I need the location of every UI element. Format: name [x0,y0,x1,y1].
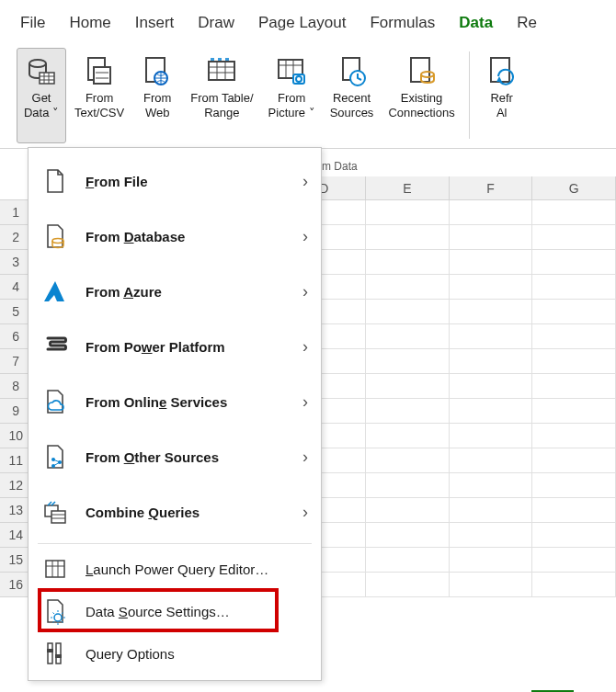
recent-sources-icon [336,52,369,89]
cell[interactable] [450,448,533,473]
from-azure-menu-item[interactable]: From Azure› [29,264,321,319]
cell[interactable] [532,250,616,275]
ribbon: GetData ˅FromText/CSVFromWebFrom Table/R… [0,42,616,149]
tab-draw[interactable]: Draw [196,8,236,41]
cell[interactable] [366,573,450,597]
chevron-right-icon: › [302,448,308,467]
cell[interactable] [450,399,533,424]
cell[interactable] [366,324,450,349]
tab-re[interactable]: Re [515,8,539,41]
launch-pq-editor-menu-item[interactable]: Launch Power Query Editor… [29,548,321,590]
cell[interactable] [366,523,450,548]
cell[interactable] [532,200,616,225]
svg-point-0 [29,60,46,67]
cell[interactable] [450,424,533,448]
cell[interactable] [532,374,616,399]
cell[interactable] [450,473,533,498]
cell[interactable] [366,275,450,300]
cell[interactable] [450,200,533,225]
from-text-csv-icon [83,52,116,89]
get-data-menu: From File›From Database›From Azure›From … [28,147,322,681]
tab-page-layout[interactable]: Page Layout [257,8,348,41]
cell[interactable] [532,225,616,250]
from-web-icon [141,52,174,89]
cell[interactable] [532,548,616,573]
cell[interactable] [532,523,616,548]
combine-queries-menu-item[interactable]: Combine Queries› [29,484,321,539]
existing-connections-icon [405,52,439,89]
tab-insert[interactable]: Insert [133,8,177,41]
get-data-button[interactable]: GetData ˅ [17,48,66,143]
cell[interactable] [366,548,450,573]
query-options-menu-item[interactable]: Query Options [29,632,321,675]
from-other-sources-menu-item[interactable]: From Other Sources› [29,429,321,484]
tab-home[interactable]: Home [67,8,112,41]
cell[interactable] [366,374,450,399]
cell[interactable] [366,300,450,324]
cell[interactable] [532,448,616,473]
data-source-settings-menu-item[interactable]: Data Source Settings… [29,590,321,632]
tab-formulas[interactable]: Formulas [368,8,437,41]
column-header-e[interactable]: E [366,176,450,199]
cell[interactable] [366,424,450,448]
cell[interactable] [532,424,616,448]
from-web-button[interactable]: FromWeb [132,48,182,143]
cell[interactable] [450,548,533,573]
svg-rect-45 [48,643,52,664]
cell[interactable] [450,349,533,374]
cell[interactable] [366,498,450,523]
cell[interactable] [450,523,533,548]
from-file-menu-item[interactable]: From File› [29,153,321,209]
from-online-services-menu-item[interactable]: From Online Services› [29,374,321,429]
cell[interactable] [366,399,450,424]
from-text-csv-button[interactable]: FromText/CSV [68,48,131,143]
data-source-settings-label: Data Source Settings… [86,604,308,619]
file-icon [41,166,69,196]
get-data-icon [25,52,58,89]
column-header-f[interactable]: F [450,176,533,199]
cell[interactable] [450,225,533,250]
cell[interactable] [366,200,450,225]
refresh-all-button[interactable]: RefrAl [477,48,527,143]
column-header-g[interactable]: G [532,176,616,199]
from-table-range-label: From Table/ [190,91,253,106]
cell[interactable] [532,275,616,300]
cell[interactable] [366,349,450,374]
refresh-all-icon [485,52,519,89]
cell[interactable] [532,498,616,523]
cell[interactable] [532,473,616,498]
svg-rect-12 [209,62,234,80]
cell[interactable] [366,448,450,473]
cell[interactable] [366,473,450,498]
from-picture-button[interactable]: FromPicture ˅ [262,48,322,143]
from-power-platform-menu-item[interactable]: From Power Platform› [29,319,321,374]
cell[interactable] [450,300,533,324]
cell[interactable] [532,399,616,424]
cell[interactable] [450,374,533,399]
cell[interactable] [532,349,616,374]
launch-pq-editor-label: Launch Power Query Editor… [86,562,308,577]
cell[interactable] [450,324,533,349]
cell[interactable] [366,250,450,275]
tabs-bar: FileHomeInsertDrawPage LayoutFormulasDat… [0,0,616,42]
tab-file[interactable]: File [18,8,47,41]
cell[interactable] [450,498,533,523]
recent-sources-label: Recent [333,91,371,106]
svg-rect-47 [47,649,53,652]
cell[interactable] [450,275,533,300]
recent-sources-button[interactable]: RecentSources [324,48,381,143]
power-icon [41,332,69,361]
cell[interactable] [532,573,616,597]
existing-connections-button[interactable]: ExistingConnections [382,48,461,143]
from-table-range-button[interactable]: From Table/Range [184,48,259,143]
cell[interactable] [450,573,533,597]
azure-icon [41,277,69,306]
from-text-csv-label: From [86,91,113,106]
cell[interactable] [532,324,616,349]
get-data-label: Get [32,91,51,106]
cell[interactable] [532,300,616,324]
cell[interactable] [366,225,450,250]
cell[interactable] [450,250,533,275]
tab-data[interactable]: Data [457,8,495,41]
from-database-menu-item[interactable]: From Database› [29,209,321,264]
